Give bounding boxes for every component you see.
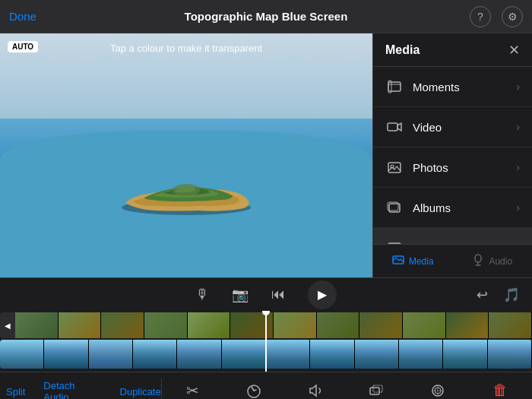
video-chevron: › [516, 121, 520, 133]
media-audio-tabs: Media Audio [373, 244, 532, 277]
albums-label: Albums [413, 201, 451, 214]
svg-rect-14 [373, 385, 382, 392]
filter-icon [426, 379, 449, 400]
bottom-toolbar: Split Detach Audio Duplicate ✂ Actions S… [0, 372, 532, 399]
edit-actions: Split Detach Audio Duplicate [0, 375, 161, 399]
media-panel: Media ✕ Moments › [372, 33, 532, 277]
undo-button[interactable]: ↩ [477, 287, 488, 303]
audio-tab-label: Audio [489, 256, 512, 267]
svg-rect-13 [370, 388, 379, 394]
main-area: AUTO Tap a colour to make it transparent… [0, 33, 532, 277]
tool-bar: ✂ Actions Speed Volume [162, 375, 532, 399]
media-item-moments[interactable]: Moments › [373, 67, 532, 107]
audio-wave-button[interactable]: 🎵 [503, 287, 520, 303]
svg-rect-5 [388, 163, 401, 173]
albums-icon [385, 198, 404, 217]
split-button[interactable]: Split [6, 386, 25, 397]
actions-tool[interactable]: ✂ Actions [173, 379, 211, 400]
tap-hint: Tap a colour to make it transparent [110, 43, 262, 54]
top-bar-title: Topographic Map Blue Screen [185, 10, 348, 23]
duplicate-button[interactable]: Duplicate [120, 386, 161, 397]
video-label: Video [413, 121, 442, 134]
speed-tool[interactable]: Speed [235, 379, 273, 400]
media-item-albums[interactable]: Albums › [373, 188, 532, 228]
question-icon: ? [477, 11, 483, 23]
volume-icon [304, 379, 327, 400]
svg-point-1 [173, 184, 200, 196]
video-icon [385, 118, 404, 136]
photos-label: Photos [413, 161, 448, 174]
mic-button[interactable]: 🎙 [195, 287, 209, 302]
svg-rect-4 [388, 123, 397, 131]
media-tab-icon [392, 254, 404, 268]
timeline-controls: 🎙 📷 ⏮ ▶ ↩ 🎵 [0, 277, 532, 311]
overlays-icon [365, 379, 388, 400]
preview-background [0, 33, 372, 277]
top-bar: Done Topographic Map Blue Screen ? ⚙ [0, 0, 532, 33]
detach-audio-button[interactable]: Detach Audio [43, 380, 101, 399]
done-button[interactable]: Done [9, 10, 36, 23]
svg-rect-2 [388, 82, 401, 91]
albums-chevron: › [516, 201, 520, 214]
top-bar-right: ? ⚙ [470, 6, 523, 27]
video-preview[interactable]: AUTO Tap a colour to make it transparent [0, 33, 372, 277]
media-panel-title: Media [385, 43, 420, 57]
scissors-icon: ✂ [181, 379, 204, 400]
camera-button[interactable]: 📷 [232, 287, 249, 303]
overlays-tool[interactable]: Overlays [357, 379, 395, 400]
speed-icon [242, 379, 265, 400]
audio-tab-icon [472, 254, 484, 268]
media-item-backgrounds[interactable]: Backgrounds › [373, 228, 532, 244]
island-overlay [110, 148, 262, 217]
media-item-photos[interactable]: Photos › [373, 147, 532, 188]
island-svg [110, 148, 262, 217]
top-bar-left: Done [9, 10, 36, 23]
photos-icon [385, 158, 404, 176]
backgrounds-icon [385, 239, 404, 244]
delete-button[interactable]: 🗑 Delete [480, 378, 521, 399]
play-button[interactable]: ▶ [308, 280, 337, 309]
filter-tool[interactable]: Filter [419, 379, 457, 400]
media-item-video[interactable]: Video › [373, 107, 532, 147]
tab-media[interactable]: Media [373, 245, 453, 277]
close-button[interactable]: ✕ [508, 42, 520, 59]
rewind-button[interactable]: ⏮ [271, 287, 285, 302]
media-panel-header: Media ✕ [373, 33, 532, 67]
volume-tool[interactable]: Volume [296, 379, 334, 400]
gear-icon: ⚙ [508, 11, 518, 23]
track-area: ◀ [0, 311, 532, 372]
moments-label: Moments [413, 81, 460, 93]
trash-icon: 🗑 [492, 382, 508, 399]
media-list: Moments › Video › [373, 67, 532, 244]
auto-badge: AUTO [8, 41, 38, 52]
playhead[interactable] [265, 311, 267, 372]
moments-icon [385, 78, 404, 96]
svg-rect-12 [475, 255, 481, 262]
media-tab-label: Media [409, 256, 434, 267]
help-button[interactable]: ? [470, 6, 491, 27]
tab-audio[interactable]: Audio [453, 245, 533, 277]
settings-button[interactable]: ⚙ [502, 6, 523, 27]
photos-chevron: › [516, 161, 520, 173]
moments-chevron: › [516, 81, 520, 93]
